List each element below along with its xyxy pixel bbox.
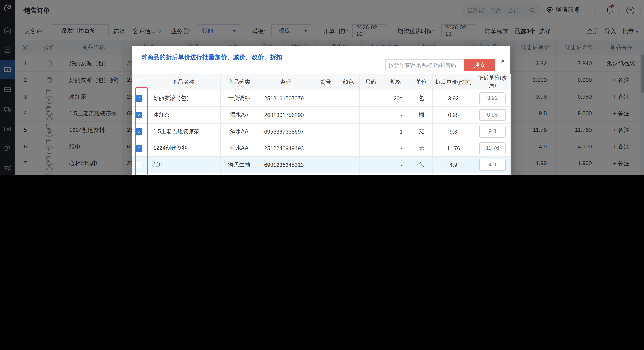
product-item-no xyxy=(314,90,337,107)
row-checkbox[interactable]: ✓ xyxy=(132,90,146,107)
product-spec: 1 xyxy=(382,123,410,140)
product-barcode: 2601051747296 xyxy=(258,173,314,175)
product-size xyxy=(360,173,382,175)
price-after-input[interactable]: 1.96 xyxy=(474,173,510,175)
product-barcode: 6956367338697 xyxy=(258,123,314,140)
product-name: 纸巾 xyxy=(146,156,220,173)
product-item-no xyxy=(314,123,337,140)
product-category: 酒水AA xyxy=(220,123,258,140)
row-checkbox[interactable]: ✓ xyxy=(132,173,146,175)
product-name: 冰红茶 xyxy=(146,107,220,123)
mheader-item-no: 货号 xyxy=(314,74,337,90)
price-after-input[interactable]: 4.9 xyxy=(474,156,510,173)
product-color xyxy=(337,123,360,140)
modal-product-row[interactable]: ✓心相印纸巾酱油2601051747296-支1.961.96 xyxy=(132,173,510,175)
mheader-category: 商品分类 xyxy=(220,74,258,90)
product-size xyxy=(360,156,382,173)
price-after-input[interactable]: 0.98 xyxy=(474,107,510,123)
product-spec: - xyxy=(382,107,410,123)
price-after-input[interactable]: 11.76 xyxy=(474,140,510,156)
product-category: 酒水AA xyxy=(220,140,258,156)
product-item-no xyxy=(314,107,337,123)
product-item-no xyxy=(314,156,337,173)
batch-price-modal: 对商品的折后单价进行批量加价、减价、改价、折扣 搜索 × 商品名称 商品分类 条… xyxy=(132,46,510,175)
product-unit: 包 xyxy=(410,90,432,107)
product-name: 好丽友派（包） xyxy=(146,90,220,107)
product-item-no xyxy=(314,140,337,156)
price-before: 11.76 xyxy=(432,140,474,156)
product-category: 干货调料 xyxy=(220,90,258,107)
row-checkbox[interactable] xyxy=(132,156,146,173)
close-icon[interactable]: × xyxy=(501,57,505,66)
row-checkbox[interactable]: ✓ xyxy=(132,140,146,156)
product-category: 酱油 xyxy=(220,173,258,175)
price-before: 4.9 xyxy=(432,156,474,173)
product-unit: 包 xyxy=(410,156,432,173)
product-size xyxy=(360,123,382,140)
product-name: 心相印纸巾 xyxy=(146,173,220,175)
price-before: 9.8 xyxy=(432,123,474,140)
mheader-price-after: 折后单价(改后) xyxy=(474,74,510,90)
mheader-name: 商品名称 xyxy=(146,74,220,90)
product-unit: 支 xyxy=(410,173,432,175)
price-before: 3.92 xyxy=(432,90,474,107)
modal-search-button[interactable]: 搜索 xyxy=(464,59,495,71)
product-barcode: 2512161507079 xyxy=(258,90,314,107)
product-unit: 支 xyxy=(410,123,432,140)
product-barcode: 6901236345313 xyxy=(258,156,314,173)
product-color xyxy=(337,156,360,173)
product-category: 酒水AA xyxy=(220,107,258,123)
modal-title: 对商品的折后单价进行批量加价、减价、改价、折扣 xyxy=(141,54,282,61)
product-unit: 桶 xyxy=(410,107,432,123)
modal-product-row[interactable]: ✓1.5王老吉瓶装凉茶酒水AA69563673386971支9.89.8 xyxy=(132,123,510,140)
mheader-size: 尺码 xyxy=(360,74,382,90)
modal-search-input[interactable] xyxy=(385,59,464,71)
modal-product-row[interactable]: ✓1224创建资料酒水AA2512240949493-无11.7611.76 xyxy=(132,140,510,156)
app-window: 销售订单 搜功能、商品、会员... 增值服务 ? 大客户: 一路发日用百货 选择… xyxy=(0,0,644,175)
modal-product-row[interactable]: ✓冰红茶酒水AA2601301756290-桶0.980.98 xyxy=(132,107,510,123)
price-after-input[interactable]: 3.92 xyxy=(474,90,510,107)
mheader-color: 颜色 xyxy=(337,74,360,90)
price-before: 1.96 xyxy=(432,173,474,175)
modal-product-row[interactable]: ✓好丽友派（包）干货调料251216150707920g包3.923.92 xyxy=(132,90,510,107)
product-color xyxy=(337,107,360,123)
mheader-spec: 规格 xyxy=(382,74,410,90)
mheader-unit: 单位 xyxy=(410,74,432,90)
product-size xyxy=(360,90,382,107)
product-size xyxy=(360,140,382,156)
product-color xyxy=(337,140,360,156)
product-category: 海天生抽 xyxy=(220,156,258,173)
product-spec: - xyxy=(382,140,410,156)
product-name: 1224创建资料 xyxy=(146,140,220,156)
product-spec: - xyxy=(382,173,410,175)
product-spec: 20g xyxy=(382,90,410,107)
product-name: 1.5王老吉瓶装凉茶 xyxy=(146,123,220,140)
modal-product-row[interactable]: 纸巾海天生抽6901236345313-包4.94.9 xyxy=(132,156,510,173)
modal-products-table: 商品名称 商品分类 条码 货号 颜色 尺码 规格 单位 折后单价(改前) 折后单… xyxy=(132,74,511,175)
mheader-price-before: 折后单价(改前) xyxy=(432,74,474,90)
price-after-input[interactable]: 9.8 xyxy=(474,123,510,140)
product-barcode: 2512240949493 xyxy=(258,140,314,156)
mheader-barcode: 条码 xyxy=(258,74,314,90)
product-barcode: 2601301756290 xyxy=(258,107,314,123)
product-item-no xyxy=(314,173,337,175)
select-all-checkbox[interactable] xyxy=(132,74,146,90)
row-checkbox[interactable]: ✓ xyxy=(132,123,146,140)
modal-header-row: 商品名称 商品分类 条码 货号 颜色 尺码 规格 单位 折后单价(改前) 折后单… xyxy=(132,74,510,90)
product-size xyxy=(360,107,382,123)
row-checkbox[interactable]: ✓ xyxy=(132,107,146,123)
product-spec: - xyxy=(382,156,410,173)
product-unit: 无 xyxy=(410,140,432,156)
price-before: 0.98 xyxy=(432,107,474,123)
product-color xyxy=(337,90,360,107)
product-color xyxy=(337,173,360,175)
